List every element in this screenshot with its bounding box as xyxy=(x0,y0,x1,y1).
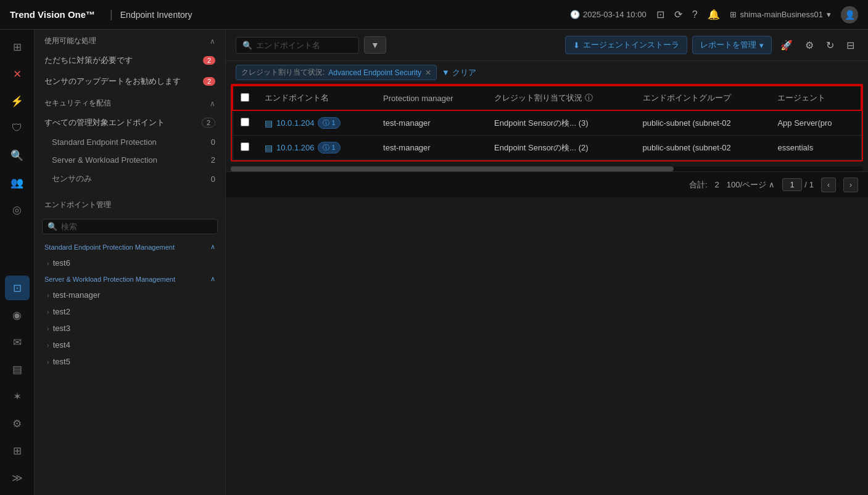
tree-label-test-manager: test-manager xyxy=(53,290,101,300)
row-endpoint-group-0: public-subnet (subnet-02 xyxy=(635,110,771,136)
endpoint-name-text-0[interactable]: 10.0.1.204 xyxy=(276,118,314,128)
search-input[interactable] xyxy=(256,41,352,50)
rail-dashboard-icon[interactable]: ⊞ xyxy=(5,35,30,59)
filter-tags-row: クレジット割り当て状況: Advanced Endpoint Security … xyxy=(226,61,868,84)
endpoint-search-box[interactable]: 🔍 xyxy=(236,37,359,54)
tag-close-icon[interactable]: ✕ xyxy=(425,68,431,77)
rail-users-icon[interactable]: 👥 xyxy=(5,170,30,195)
page-size-selector[interactable]: 100/ページ ∧ xyxy=(727,179,775,190)
app-logo: Trend Vision One™ xyxy=(10,9,95,20)
datetime-display: 🕐 2025-03-14 10:00 xyxy=(570,10,647,19)
row-endpoint-group-1: public-subnet (subnet-02 xyxy=(635,136,771,160)
rail-shield-icon[interactable]: 🛡 xyxy=(5,116,30,141)
sidebar-tree-test-manager[interactable]: › test-manager xyxy=(35,287,225,303)
endpoint-name-link-1[interactable]: ▤ 10.0.1.206 ⓘ 1 xyxy=(265,142,368,153)
row-checkbox-cell-1[interactable] xyxy=(233,136,257,160)
settings-gear-icon[interactable]: ⚙ xyxy=(801,37,817,54)
tag-value: Advanced Endpoint Security xyxy=(328,68,421,77)
rail-server-icon[interactable]: ▤ xyxy=(5,357,30,382)
all-managed-label: すべての管理対象エンドポイント xyxy=(44,117,165,128)
server-workload-mgmt-chevron[interactable]: ∧ xyxy=(210,275,215,283)
user-menu[interactable]: ⊞ shima-mainBusiness01 ▾ xyxy=(730,10,831,19)
row-protection-manager-1: test-manager xyxy=(376,136,487,160)
sidebar-item-standard-ep[interactable]: Standard Endpoint Protection 0 xyxy=(35,133,225,151)
rail-grid-icon[interactable]: ⊞ xyxy=(5,438,30,463)
col-credit-status: クレジット割り当て状況 ⓘ xyxy=(487,86,635,110)
filter-button[interactable]: ▼ xyxy=(364,36,386,54)
report-button[interactable]: レポートを管理 ▾ xyxy=(692,36,772,54)
bottom-bar: 合計: 2 100/ページ ∧ / 1 ‹ › xyxy=(226,171,868,197)
tag-label: クレジット割り当て状況: xyxy=(241,67,324,78)
tree-chevron-test4: › xyxy=(47,342,49,349)
info-badge-0[interactable]: ⓘ 1 xyxy=(318,117,340,129)
topbar-right: 🕐 2025-03-14 10:00 ⊡ ⟳ ? 🔔 ⊞ shima-mainB… xyxy=(570,6,858,23)
rail-network-icon[interactable]: ◉ xyxy=(5,303,30,327)
available-actions-chevron[interactable]: ∧ xyxy=(210,37,215,46)
help-icon[interactable]: ? xyxy=(692,9,698,20)
rail-alert-icon[interactable]: ⚡ xyxy=(5,89,30,113)
refresh-btn[interactable]: ↻ xyxy=(822,37,838,54)
rail-close-icon[interactable]: ✕ xyxy=(5,62,30,86)
sidebar-item-all-managed[interactable]: すべての管理対象エンドポイント 2 xyxy=(35,112,225,133)
next-page-button[interactable]: › xyxy=(843,178,858,192)
rail-endpoint-icon[interactable]: ⊡ xyxy=(5,276,30,300)
col-select-all[interactable] xyxy=(233,86,257,110)
rail-circle-icon[interactable]: ◎ xyxy=(5,197,30,222)
sidebar-tree-test5[interactable]: › test5 xyxy=(35,353,225,370)
sidebar-tree-test4[interactable]: › test4 xyxy=(35,337,225,353)
clear-filter-button[interactable]: ▼ クリア xyxy=(442,67,476,78)
agent-install-button[interactable]: ⬇ エージェントインストーラ xyxy=(565,36,687,54)
sidebar-tree-test6[interactable]: › test6 xyxy=(35,255,225,271)
avatar[interactable]: 👤 xyxy=(841,6,858,23)
sidebar-search-input[interactable] xyxy=(61,222,212,231)
agent-install-label: エージェントインストーラ xyxy=(583,39,679,51)
tree-label-test2: test2 xyxy=(53,307,70,316)
endpoint-name-text-1[interactable]: 10.0.1.206 xyxy=(276,143,314,152)
sidebar-tree-test3[interactable]: › test3 xyxy=(35,320,225,337)
monitor-icon[interactable]: ⊡ xyxy=(656,9,664,20)
tree-chevron-test-manager: › xyxy=(47,292,49,299)
server-workload-mgmt-label: Server & Workload Protection Management xyxy=(44,276,175,283)
select-all-checkbox[interactable] xyxy=(241,93,249,102)
rocket-icon[interactable]: 🚀 xyxy=(777,37,796,54)
table-container[interactable]: エンドポイント名 Protection manager クレジット割り当て状況 … xyxy=(232,85,862,160)
bell-icon[interactable]: 🔔 xyxy=(708,9,720,20)
main-layout: ⊞ ✕ ⚡ 🛡 🔍 👥 ◎ ⊡ ◉ ✉ ▤ ✶ ⚙ ⊞ ≫ 使用可能な処理 ∧ … xyxy=(0,30,868,495)
update-badge: 2 xyxy=(203,77,215,86)
sidebar-tree-test2[interactable]: › test2 xyxy=(35,303,225,320)
sidebar-item-sensor-only[interactable]: センサのみ 0 xyxy=(35,169,225,189)
standard-ep-mgmt-chevron[interactable]: ∧ xyxy=(210,243,215,251)
rail-search-icon[interactable]: 🔍 xyxy=(5,143,30,168)
endpoint-table: エンドポイント名 Protection manager クレジット割り当て状況 … xyxy=(232,85,862,160)
endpoint-mgmt-header: エンドポイント管理 xyxy=(35,194,225,214)
security-deploy-chevron[interactable]: ∧ xyxy=(210,99,215,108)
rail-expand-icon[interactable]: ≫ xyxy=(5,465,30,490)
refresh-icon[interactable]: ⟳ xyxy=(674,9,682,20)
sidebar: 使用可能な処理 ∧ ただちに対策が必要です 2 センサのアップデートをお勧めしま… xyxy=(35,30,226,495)
row-checkbox-0[interactable] xyxy=(241,118,249,126)
rail-settings-icon[interactable]: ⚙ xyxy=(5,411,30,436)
tree-chevron-test3: › xyxy=(47,325,49,332)
page-size-label: 100/ページ xyxy=(727,179,766,190)
user-grid-icon: ⊞ xyxy=(730,10,737,19)
sidebar-search[interactable]: 🔍 xyxy=(42,219,218,234)
horizontal-scrollbar[interactable] xyxy=(231,166,863,171)
endpoint-name-link-0[interactable]: ▤ 10.0.1.204 ⓘ 1 xyxy=(265,117,368,129)
sidebar-item-urgent[interactable]: ただちに対策が必要です 2 xyxy=(35,50,225,71)
rail-mail-icon[interactable]: ✉ xyxy=(5,330,30,354)
sidebar-item-server-workload[interactable]: Server & Workload Protection 2 xyxy=(35,151,225,169)
content-area: 🔍 ▼ ⬇ エージェントインストーラ レポートを管理 ▾ 🚀 ⚙ ↻ ⊟ クレジ… xyxy=(226,30,868,495)
content-toolbar: 🔍 ▼ ⬇ エージェントインストーラ レポートを管理 ▾ 🚀 ⚙ ↻ ⊟ xyxy=(226,30,868,61)
rail-connect-icon[interactable]: ✶ xyxy=(5,384,30,409)
scrollbar-thumb xyxy=(231,166,674,171)
all-managed-count: 2 xyxy=(202,118,215,128)
icon-rail: ⊞ ✕ ⚡ 🛡 🔍 👥 ◎ ⊡ ◉ ✉ ▤ ✶ ⚙ ⊞ ≫ xyxy=(0,30,35,495)
row-checkbox-1[interactable] xyxy=(241,142,249,151)
info-badge-1[interactable]: ⓘ 1 xyxy=(318,142,340,153)
sidebar-item-update[interactable]: センサのアップデートをお勧めします 2 xyxy=(35,71,225,92)
prev-page-button[interactable]: ‹ xyxy=(821,178,836,192)
columns-icon[interactable]: ⊟ xyxy=(843,37,858,54)
row-checkbox-cell-0[interactable] xyxy=(233,110,257,136)
page-number-input[interactable] xyxy=(782,178,802,191)
sensor-only-label: センサのみ xyxy=(52,173,92,184)
